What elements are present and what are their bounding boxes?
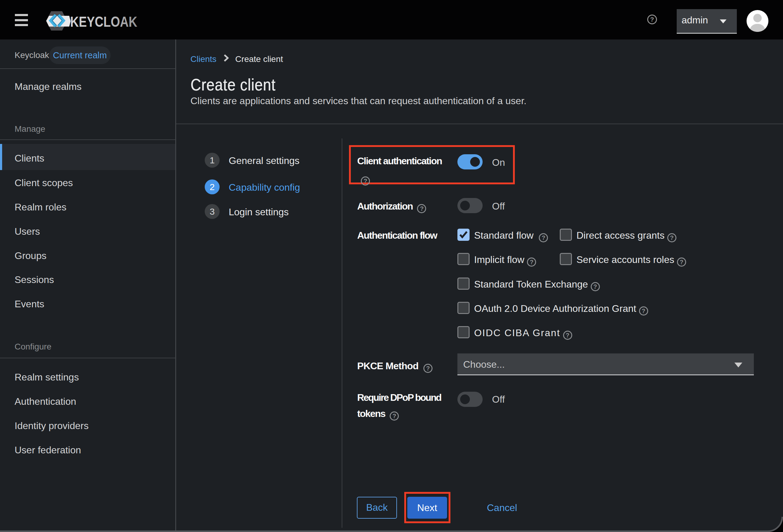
svg-text:KEYCLOAK: KEYCLOAK — [70, 13, 137, 30]
